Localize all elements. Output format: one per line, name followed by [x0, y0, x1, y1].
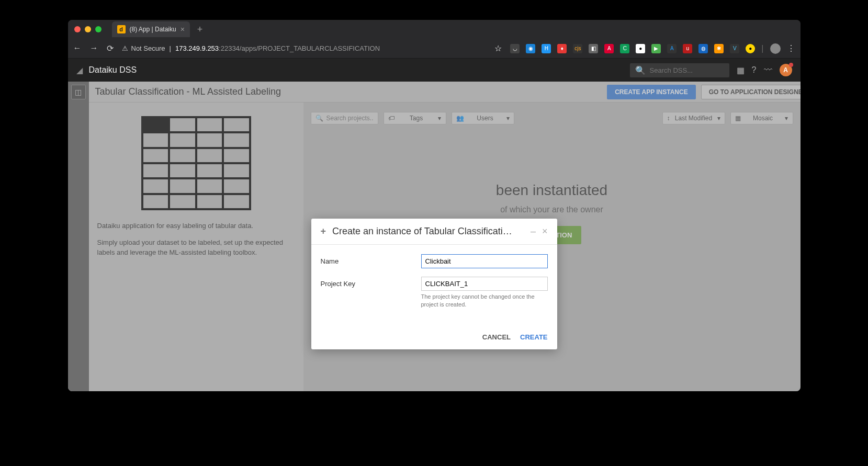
- window-max[interactable]: [95, 26, 102, 32]
- name-input[interactable]: [421, 254, 548, 268]
- url-field[interactable]: ⚠ Not Secure | 173.249.9.253:22334/apps/…: [122, 44, 487, 52]
- ext-icon-3[interactable]: ♦: [557, 44, 567, 53]
- app-brand[interactable]: Dataiku DSS: [89, 65, 137, 75]
- ext-icon-2[interactable]: H: [542, 44, 551, 53]
- reload-button[interactable]: ⟳: [107, 43, 114, 53]
- create-instance-modal: + Create an instance of Tabular Classifi…: [311, 219, 557, 349]
- activity-icon[interactable]: 〰: [764, 65, 772, 75]
- ext-divider: |: [761, 44, 763, 53]
- modal-minimize-icon[interactable]: –: [531, 226, 536, 237]
- project-key-hint: The project key cannot be changed once t…: [421, 293, 548, 309]
- cancel-button[interactable]: CANCEL: [482, 333, 511, 341]
- title-bar: d (8) App | Dataiku × +: [68, 20, 801, 39]
- ext-icon-4[interactable]: ◧: [589, 44, 598, 53]
- app-content: ◢ Dataiku DSS 🔍 ▦ ? 〰 A Tabular Classifi…: [68, 59, 801, 391]
- pocket-icon[interactable]: ◡: [510, 44, 520, 53]
- ext-icon-7[interactable]: ▶: [651, 44, 661, 53]
- ext-icon-8[interactable]: A: [667, 44, 677, 53]
- search-icon: 🔍: [635, 65, 646, 75]
- app-header: ◢ Dataiku DSS 🔍 ▦ ? 〰 A: [68, 59, 801, 82]
- ublock-icon[interactable]: u: [683, 44, 692, 53]
- ext-icon-9[interactable]: ◍: [698, 44, 708, 53]
- page-body: Tabular Classification - ML Assisted Lab…: [68, 82, 801, 391]
- tab-title: (8) App | Dataiku: [130, 26, 176, 33]
- extension-icons: ◡ ◉ H ♦ cjs ◧ A C ● ▶ A u ◍ ✱ V ● | ⋮: [510, 43, 795, 54]
- project-key-input[interactable]: [421, 277, 548, 291]
- security-indicator[interactable]: ⚠ Not Secure: [122, 44, 165, 52]
- url-host: 173.249.9.253: [175, 44, 219, 52]
- new-tab-button[interactable]: +: [197, 24, 203, 35]
- name-field-row: Name: [321, 254, 548, 268]
- vue-icon[interactable]: V: [730, 44, 739, 53]
- modal-body: Name Project Key The project key cannot …: [311, 245, 557, 327]
- ext-icon-11[interactable]: ●: [746, 44, 755, 53]
- project-key-label: Project Key: [321, 277, 415, 288]
- browser-tab[interactable]: d (8) App | Dataiku ×: [112, 21, 190, 37]
- modal-title: Create an instance of Tabular Classifica…: [332, 226, 524, 237]
- ext-icon-5[interactable]: C: [620, 44, 629, 53]
- browser-window: d (8) App | Dataiku × + ← → ⟳ ⚠ Not Secu…: [68, 20, 801, 391]
- header-right: 🔍 ▦ ? 〰 A: [630, 63, 792, 77]
- apps-grid-icon[interactable]: ▦: [737, 65, 745, 75]
- address-bar: ← → ⟳ ⚠ Not Secure | 173.249.9.253:22334…: [68, 39, 801, 59]
- back-button[interactable]: ←: [73, 43, 82, 53]
- modal-close-icon[interactable]: ×: [542, 226, 548, 237]
- traffic-lights: [74, 26, 102, 32]
- help-icon[interactable]: ?: [752, 65, 757, 75]
- url-path: :22334/apps/PROJECT_TABULARCLASSIFICATIO…: [219, 44, 380, 52]
- modal-footer: CANCEL CREATE: [311, 327, 557, 349]
- not-secure-label: Not Secure: [131, 44, 165, 52]
- window-min[interactable]: [85, 26, 91, 32]
- ext-icon-cjs[interactable]: cjs: [573, 44, 582, 53]
- tab-close-icon[interactable]: ×: [181, 25, 185, 33]
- url-separator: |: [170, 44, 171, 52]
- global-search[interactable]: 🔍: [630, 63, 729, 77]
- browser-menu-icon[interactable]: ⋮: [787, 43, 795, 53]
- nav-buttons: ← → ⟳: [73, 43, 114, 53]
- search-input[interactable]: [650, 66, 724, 74]
- warning-icon: ⚠: [122, 44, 128, 52]
- modal-header: + Create an instance of Tabular Classifi…: [311, 219, 557, 245]
- forward-button[interactable]: →: [90, 43, 98, 53]
- ext-icon-6[interactable]: ●: [636, 44, 645, 53]
- profile-avatar[interactable]: [770, 43, 781, 54]
- create-button[interactable]: CREATE: [520, 333, 547, 341]
- plus-icon: +: [321, 226, 326, 237]
- name-label: Name: [321, 254, 415, 265]
- angular-icon[interactable]: A: [604, 44, 614, 53]
- dataiku-logo-icon[interactable]: ◢: [76, 65, 83, 75]
- window-close[interactable]: [74, 26, 81, 32]
- ext-icon-1[interactable]: ◉: [526, 44, 535, 53]
- project-key-row: Project Key The project key cannot be ch…: [321, 277, 548, 309]
- user-avatar[interactable]: A: [780, 64, 792, 76]
- bookmark-star-icon[interactable]: ☆: [494, 43, 502, 53]
- ext-icon-10[interactable]: ✱: [714, 44, 724, 53]
- tab-favicon: d: [117, 25, 126, 33]
